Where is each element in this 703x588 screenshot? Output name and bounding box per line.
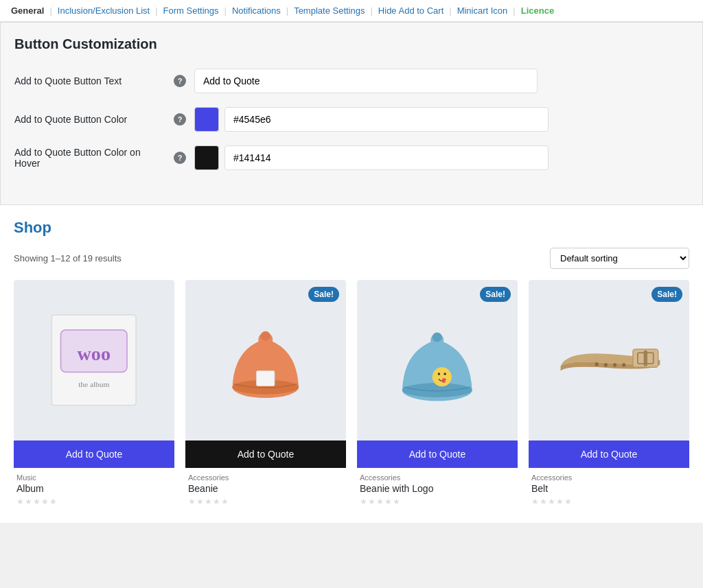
nav-sep-7: |	[513, 5, 515, 16]
product-grid: woo the album Add to Quote Music Album ★…	[14, 280, 689, 509]
nav-item-minicart-icon[interactable]: Minicart Icon	[457, 5, 508, 16]
svg-point-23	[622, 363, 625, 366]
svg-text:the album: the album	[78, 380, 109, 388]
svg-point-12	[438, 373, 441, 375]
button-color-swatch[interactable]	[194, 107, 219, 132]
star-rating-beanie-logo: ★★★★★	[360, 497, 515, 506]
hover-color-input[interactable]	[224, 145, 549, 170]
nav-sep-2: |	[155, 5, 157, 16]
nav-sep-4: |	[286, 5, 288, 16]
product-meta-album: Music Album ★★★★★	[14, 468, 174, 509]
nav-sep-1: |	[49, 5, 51, 16]
product-name-album: Album	[16, 483, 172, 494]
hover-color-inputs	[194, 145, 549, 170]
svg-rect-19	[644, 351, 647, 366]
add-to-quote-btn-beanie-logo[interactable]: Add to Quote	[357, 440, 518, 468]
product-category-album: Music	[16, 473, 172, 482]
product-meta-belt: Accessories Belt ★★★★★	[529, 468, 689, 509]
button-text-label: Add to Quote Button Text	[14, 75, 165, 86]
button-color-input[interactable]	[224, 107, 549, 132]
button-color-inputs	[194, 107, 549, 132]
nav-item-notifications[interactable]: Notifications	[232, 5, 281, 16]
shop-section: Shop Showing 1–12 of 19 results Default …	[0, 205, 703, 523]
hover-color-swatch[interactable]	[194, 145, 219, 170]
belt-illustration	[549, 300, 669, 421]
nav-item-hide-add-to-cart[interactable]: Hide Add to Cart	[378, 5, 443, 16]
product-category-beanie: Accessories	[188, 473, 343, 482]
product-card-beanie: Sale! Add to Quote Accessories	[185, 280, 346, 509]
star-rating-beanie: ★★★★★	[188, 497, 343, 506]
button-text-help-icon[interactable]: ?	[174, 75, 186, 87]
svg-point-20	[595, 363, 599, 366]
svg-point-11	[433, 368, 452, 387]
product-image-beanie-logo: Sale!	[357, 280, 518, 440]
svg-text:woo: woo	[78, 343, 111, 364]
hover-color-row: Add to Quote Button Color on Hover ?	[14, 145, 689, 170]
hover-color-help-icon[interactable]: ?	[174, 152, 186, 164]
beanie-blue-illustration	[377, 300, 498, 421]
product-name-belt: Belt	[531, 483, 687, 494]
svg-point-21	[604, 363, 608, 366]
svg-point-14	[442, 378, 446, 383]
nav-item-general[interactable]: General	[11, 5, 44, 16]
results-count: Showing 1–12 of 19 results	[14, 253, 122, 263]
svg-point-22	[613, 363, 616, 366]
svg-rect-6	[257, 371, 275, 386]
add-to-quote-btn-belt[interactable]: Add to Quote	[529, 440, 689, 468]
shop-toolbar: Showing 1–12 of 19 results Default sorti…	[14, 248, 689, 269]
product-meta-beanie: Accessories Beanie ★★★★★	[185, 468, 346, 509]
button-text-input[interactable]	[194, 69, 538, 93]
product-image-album: woo the album	[14, 280, 174, 440]
nav-sep-5: |	[370, 5, 372, 16]
svg-point-13	[444, 373, 447, 375]
settings-title: Button Customization	[14, 36, 689, 52]
svg-point-16	[433, 333, 442, 342]
woo-album-illustration: woo the album	[34, 300, 154, 421]
add-to-quote-btn-beanie[interactable]: Add to Quote	[185, 440, 346, 468]
product-card-beanie-logo: Sale!	[357, 280, 518, 509]
beanie-orange-illustration	[205, 300, 326, 421]
star-rating-album: ★★★★★	[16, 497, 172, 506]
svg-point-8	[261, 331, 270, 341]
button-color-row: Add to Quote Button Color ?	[14, 107, 689, 132]
nav-item-licence[interactable]: Licence	[521, 5, 554, 16]
sale-badge-belt: Sale!	[652, 287, 682, 302]
product-name-beanie-logo: Beanie with Logo	[360, 483, 515, 494]
add-to-quote-btn-album[interactable]: Add to Quote	[14, 440, 174, 468]
product-card-belt: Sale! Add to Quote Acc	[529, 280, 689, 509]
product-card-album: woo the album Add to Quote Music Album ★…	[14, 280, 174, 509]
product-meta-beanie-logo: Accessories Beanie with Logo ★★★★★	[357, 468, 518, 509]
sale-badge-beanie: Sale!	[308, 287, 339, 302]
nav-sep-3: |	[224, 5, 227, 16]
product-image-beanie: Sale!	[185, 280, 346, 440]
product-category-belt: Accessories	[531, 473, 687, 482]
settings-panel: Button Customization Add to Quote Button…	[0, 22, 703, 205]
hover-color-label: Add to Quote Button Color on Hover	[14, 147, 165, 169]
nav-item-inclusion[interactable]: Inclusion/Exclusion List	[58, 5, 150, 16]
button-text-row: Add to Quote Button Text ?	[14, 69, 689, 93]
button-color-label: Add to Quote Button Color	[14, 114, 165, 125]
sort-select[interactable]: Default sorting Sort by popularity Sort …	[550, 248, 689, 269]
product-category-beanie-logo: Accessories	[360, 473, 515, 482]
nav-item-template-settings[interactable]: Template Settings	[294, 5, 365, 16]
star-rating-belt: ★★★★★	[531, 497, 687, 506]
product-name-beanie: Beanie	[188, 483, 343, 494]
sale-badge-beanie-logo: Sale!	[480, 287, 511, 302]
product-image-belt: Sale!	[529, 280, 689, 440]
button-color-help-icon[interactable]: ?	[174, 113, 186, 126]
nav-item-form-settings[interactable]: Form Settings	[163, 5, 219, 16]
nav-bar: General | Inclusion/Exclusion List | For…	[0, 0, 703, 22]
shop-title: Shop	[14, 219, 689, 237]
nav-sep-6: |	[449, 5, 451, 16]
